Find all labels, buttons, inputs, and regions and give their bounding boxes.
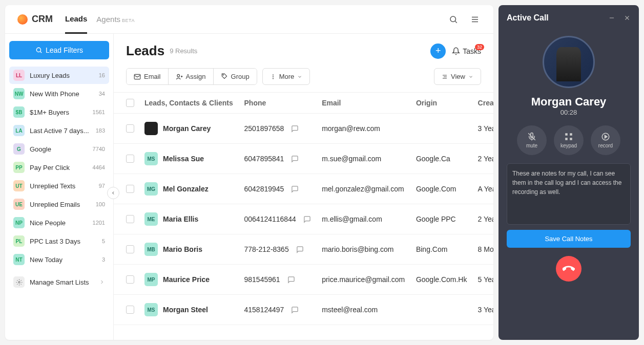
lead-origin — [411, 114, 473, 144]
call-duration: 00:28 — [507, 109, 631, 116]
col-origin[interactable]: Origin — [411, 93, 473, 114]
lead-created: A Yea — [473, 174, 493, 204]
menu-icon[interactable] — [469, 13, 481, 26]
table-row[interactable]: Morgan Carey 2501897658 morgan@rew.com 3… — [114, 114, 493, 144]
mute-label: mute — [526, 143, 537, 148]
list-count: 34 — [99, 91, 105, 97]
lead-phone: 778-212-8365 — [244, 245, 289, 253]
sidebar-item[interactable]: NW New With Phone 34 — [9, 85, 109, 102]
mute-button[interactable]: mute — [517, 125, 547, 155]
sidebar-item[interactable]: UE Unreplied Emails 100 — [9, 196, 109, 213]
message-icon[interactable] — [287, 276, 295, 284]
lead-name: Morgan Steel — [163, 306, 208, 314]
table-row[interactable]: MEMaria Ellis 0064124116844 m.ellis@gmai… — [114, 204, 493, 234]
nav-tab-leads[interactable]: Leads — [65, 5, 87, 34]
message-icon[interactable] — [303, 215, 311, 223]
manage-label: Manage Smart Lists — [30, 278, 99, 286]
list-badge: NP — [13, 217, 25, 228]
list-count: 1561 — [93, 109, 105, 115]
save-notes-button[interactable]: Save Call Notes — [507, 230, 631, 248]
list-label: Last Active 7 days... — [30, 127, 96, 135]
row-checkbox[interactable] — [126, 215, 134, 223]
manage-smart-lists[interactable]: Manage Smart Lists — [9, 272, 109, 292]
view-button[interactable]: View — [434, 68, 481, 85]
list-badge: UE — [13, 199, 25, 210]
keypad-label: keypad — [560, 143, 577, 148]
list-badge: $B — [13, 106, 25, 118]
record-label: record — [598, 143, 613, 148]
sidebar-item[interactable]: PP Pay Per Click 4464 — [9, 159, 109, 176]
row-checkbox[interactable] — [126, 275, 134, 284]
search-icon[interactable] — [447, 13, 460, 26]
tasks-badge: 32 — [475, 44, 484, 50]
phone-icon — [563, 263, 575, 275]
email-button[interactable]: Email — [127, 69, 169, 84]
table-row[interactable]: MPMaurice Price 981545961 price.maurice@… — [114, 265, 493, 295]
col-leads[interactable]: Leads, Contacts & Clients — [139, 93, 239, 114]
hangup-button[interactable] — [556, 256, 581, 282]
row-checkbox[interactable] — [126, 155, 134, 163]
message-icon[interactable] — [296, 246, 304, 253]
nav-tab-agents[interactable]: AgentsBETA — [96, 6, 135, 33]
row-checkbox[interactable] — [126, 245, 134, 253]
svg-rect-12 — [570, 138, 572, 140]
minimize-call-button[interactable] — [608, 14, 615, 21]
svg-point-6 — [273, 74, 274, 75]
message-icon[interactable] — [291, 306, 299, 314]
table-row[interactable]: MSMelissa Sue 6047895841 m.sue@gmail.com… — [114, 144, 493, 174]
lead-email: price.maurice@gmail.com — [317, 265, 411, 295]
sidebar-item[interactable]: UT Unreplied Texts 97 — [9, 177, 109, 195]
keypad-button[interactable]: keypad — [554, 125, 584, 155]
record-button[interactable]: record — [591, 125, 620, 155]
tag-icon — [221, 73, 228, 80]
sidebar-item[interactable]: $B $1M+ Buyers 1561 — [9, 103, 109, 121]
more-button[interactable]: More — [262, 68, 310, 85]
message-icon[interactable] — [291, 185, 299, 193]
app-logo — [17, 14, 28, 25]
chevron-down-icon — [468, 74, 473, 79]
sliders-icon — [442, 74, 448, 80]
group-button[interactable]: Group — [214, 69, 257, 84]
svg-point-0 — [450, 16, 456, 22]
call-panel-title: Active Call — [507, 13, 549, 23]
svg-point-8 — [273, 78, 274, 79]
dots-icon — [270, 74, 276, 80]
lead-name: Morgan Carey — [163, 124, 211, 133]
sidebar-item[interactable]: LL Luxury Leads 16 — [9, 67, 109, 84]
add-lead-button[interactable]: + — [430, 44, 446, 59]
assign-button[interactable]: Assign — [169, 69, 214, 84]
email-label: Email — [144, 73, 161, 80]
col-phone[interactable]: Phone — [239, 93, 317, 114]
row-checkbox[interactable] — [126, 306, 134, 314]
row-checkbox[interactable] — [126, 124, 134, 133]
lead-name: Mel Gonzalez — [163, 185, 209, 193]
close-call-button[interactable] — [624, 14, 631, 21]
message-icon[interactable] — [291, 125, 299, 133]
sidebar-item[interactable]: G Google 7740 — [9, 140, 109, 158]
call-avatar — [543, 36, 595, 88]
mail-icon — [134, 73, 141, 80]
table-row[interactable]: MSMorgan Steel 4158124497 msteel@real.co… — [114, 295, 493, 325]
lead-name: Maria Ellis — [163, 215, 198, 223]
sidebar-item[interactable]: PL PPC Last 3 Days 5 — [9, 232, 109, 250]
collapse-sidebar-button[interactable] — [107, 187, 119, 199]
list-label: Pay Per Click — [30, 164, 93, 171]
lead-filters-button[interactable]: Lead Filters — [9, 41, 109, 59]
col-created[interactable]: Crea — [473, 93, 493, 114]
sidebar-item[interactable]: NP Nice People 1201 — [9, 214, 109, 231]
col-email[interactable]: Email — [317, 93, 411, 114]
call-notes-textarea[interactable]: These are notes for my call, I can see t… — [507, 163, 631, 225]
table-row[interactable]: MGMel Gonzalez 6042819945 mel.gonzalez@g… — [114, 174, 493, 204]
table-row[interactable]: MBMario Boris 778-212-8365 mario.boris@b… — [114, 234, 493, 265]
sidebar-item[interactable]: NT New Today 3 — [9, 251, 109, 268]
record-icon — [601, 132, 610, 141]
lead-filters-label: Lead Filters — [46, 46, 83, 54]
sidebar-item[interactable]: LA Last Active 7 days... 183 — [9, 122, 109, 139]
select-all-checkbox[interactable] — [126, 99, 134, 107]
list-badge: G — [13, 143, 25, 155]
list-count: 4464 — [93, 164, 105, 170]
message-icon[interactable] — [291, 155, 299, 163]
tasks-button[interactable]: Tasks 32 — [452, 47, 481, 55]
list-badge: LA — [13, 125, 25, 136]
row-checkbox[interactable] — [126, 185, 134, 193]
